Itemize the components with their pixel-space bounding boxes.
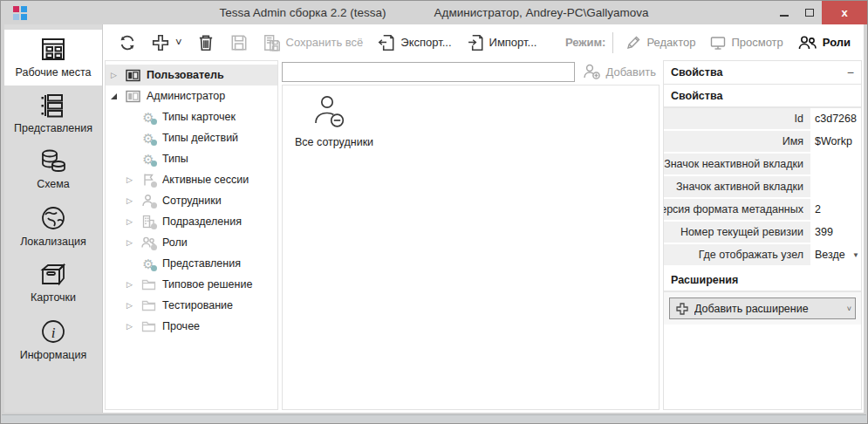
workplace-tree-panel: Пользователь Администратор ⚙ Типы карточ… — [105, 60, 278, 410]
tree-item-employees[interactable]: Сотрудники — [106, 190, 277, 211]
workplace-icon — [124, 88, 141, 104]
tree-item-label: Тестирование — [162, 299, 233, 311]
title-bar: Tessa Admin сборка 2.2 (tessa) Администр… — [1, 1, 867, 24]
property-row-node-display: Где отображать узел Везде▼ — [664, 244, 861, 267]
maximize-icon — [805, 9, 814, 17]
chevron-down-icon: ˅ — [175, 36, 182, 49]
mode-label: Режим: — [565, 36, 606, 49]
minimize-button[interactable] — [771, 1, 796, 24]
sidebar-item-views[interactable]: Представления — [4, 85, 102, 141]
tree-item-testing[interactable]: Тестирование — [106, 295, 277, 316]
chevron-right-icon[interactable] — [126, 196, 140, 205]
logged-in-user: Администратор, Andrey-PC\Gallyamova — [434, 6, 649, 19]
refresh-icon — [118, 33, 137, 52]
export-button[interactable]: Экспорт... — [372, 30, 455, 56]
person-plus-icon — [582, 63, 603, 80]
sidebar-item-information[interactable]: i Информация — [4, 311, 102, 368]
localization-icon — [38, 203, 68, 233]
sidebar-item-label: Представления — [14, 122, 92, 134]
refresh-button[interactable] — [113, 30, 141, 56]
property-value-field[interactable]: c3d7268 — [810, 108, 861, 129]
tree-item-active-sessions[interactable]: Активные сессии — [106, 169, 277, 190]
sidebar-item-label: Локализация — [20, 236, 86, 248]
import-button[interactable]: Импорт... — [461, 30, 542, 56]
tree-item-label: Пользователь — [147, 69, 224, 81]
import-label: Импорт... — [489, 36, 537, 49]
plus-icon — [151, 33, 170, 52]
property-value-field[interactable]: $Workp — [810, 131, 861, 152]
flag-icon — [140, 172, 157, 188]
chevron-right-icon[interactable] — [126, 175, 140, 184]
tree-item-label: Типовое решение — [162, 278, 252, 291]
chevron-expanded-icon[interactable] — [111, 93, 124, 99]
tree-item-label: Типы действий — [162, 132, 238, 144]
tree-item-standard-solution[interactable]: Типовое решение — [106, 274, 277, 295]
pencil-icon — [625, 34, 642, 51]
person-icon — [140, 193, 157, 209]
save-all-button[interactable]: Сохранить всё — [258, 30, 368, 56]
property-value-field[interactable]: 399 — [810, 222, 861, 243]
tree-item-action-types[interactable]: ⚙ Типы действий — [106, 127, 277, 148]
sidebar-item-label: Карточки — [31, 291, 76, 304]
tree-item-label: Сотрудники — [162, 195, 222, 207]
sidebar-item-workplaces[interactable]: Рабочие места — [4, 30, 102, 85]
properties-panel: Свойства − Свойства Id c3d7268 Имя $Work… — [663, 60, 862, 410]
mode-editor-button[interactable]: Редактор — [620, 31, 700, 55]
chevron-down-icon: ▼ — [852, 251, 859, 259]
tree-item-other[interactable]: Прочее — [106, 316, 277, 337]
property-value-field[interactable] — [810, 176, 861, 197]
minimize-icon — [780, 15, 789, 17]
gear-icon: ⚙ — [140, 109, 157, 125]
maximize-button[interactable] — [796, 1, 822, 24]
save-button[interactable] — [225, 30, 253, 56]
folder-icon — [140, 297, 157, 313]
sidebar-item-cards[interactable]: Карточки — [4, 255, 102, 311]
close-button[interactable]: x — [822, 1, 867, 24]
chevron-right-icon[interactable] — [126, 238, 140, 247]
chevron-right-icon[interactable] — [111, 71, 124, 79]
sidebar-item-localization[interactable]: Локализация — [4, 197, 102, 255]
chevron-right-icon[interactable] — [126, 280, 140, 289]
tree-item-views[interactable]: ⚙ Представления — [106, 253, 277, 274]
tree-item-label: Администратор — [147, 90, 225, 102]
mode-editor-label: Редактор — [646, 36, 695, 49]
mode-view-button[interactable]: Просмотр — [705, 31, 787, 55]
tree-item-label: Активные сессии — [162, 174, 249, 186]
window-title: Tessa Admin сборка 2.2 (tessa) — [220, 6, 386, 19]
department-icon — [140, 214, 157, 229]
toolbar: ˅ — [103, 24, 864, 60]
chevron-right-icon[interactable] — [126, 322, 140, 331]
tree-item-departments[interactable]: Подразделения — [106, 211, 277, 232]
workplaces-icon — [38, 36, 68, 64]
mode-roles-button[interactable]: Роли — [793, 31, 855, 55]
delete-button[interactable] — [192, 30, 220, 56]
gear-icon: ⚙ — [140, 256, 157, 271]
add-button[interactable]: ˅ — [147, 30, 187, 56]
sidebar-item-label: Информация — [20, 349, 87, 361]
property-value-dropdown[interactable]: Везде▼ — [810, 244, 861, 265]
property-value-field[interactable] — [810, 154, 861, 174]
center-panel: Добавить — [282, 60, 660, 410]
all-employees-tile[interactable]: Все сотрудники — [295, 94, 398, 148]
property-value-field[interactable]: 2 — [810, 199, 861, 220]
tree-item-types[interactable]: ⚙ Типы — [106, 148, 277, 169]
collapse-panel-button[interactable]: − — [847, 68, 854, 77]
tree-item-label: Типы карточек — [162, 111, 236, 123]
property-label: Номер текущей ревизии — [664, 222, 810, 243]
chevron-right-icon[interactable] — [126, 217, 140, 226]
add-extension-dropdown[interactable]: Добавить расширение ˅ — [669, 297, 856, 319]
tree-item-user[interactable]: Пользователь — [106, 65, 277, 85]
chevron-down-icon: ˅ — [844, 304, 851, 313]
tree-item-label: Подразделения — [162, 215, 242, 228]
property-row-inactive-tab-icon: Значок неактивной вкладки — [664, 154, 861, 176]
tree-item-label: Прочее — [162, 320, 200, 332]
chevron-right-icon[interactable] — [126, 301, 140, 310]
tree-item-administrator[interactable]: Администратор — [106, 85, 277, 106]
add-role-button[interactable]: Добавить — [575, 63, 660, 80]
tree-item-roles[interactable]: Роли — [106, 232, 277, 253]
sidebar-item-schema[interactable]: Схема — [4, 141, 102, 197]
sidebar-item-label: Рабочие места — [16, 66, 92, 79]
tree-item-card-types[interactable]: ⚙ Типы карточек — [106, 106, 277, 127]
search-input[interactable] — [282, 62, 575, 82]
export-icon — [377, 33, 396, 52]
